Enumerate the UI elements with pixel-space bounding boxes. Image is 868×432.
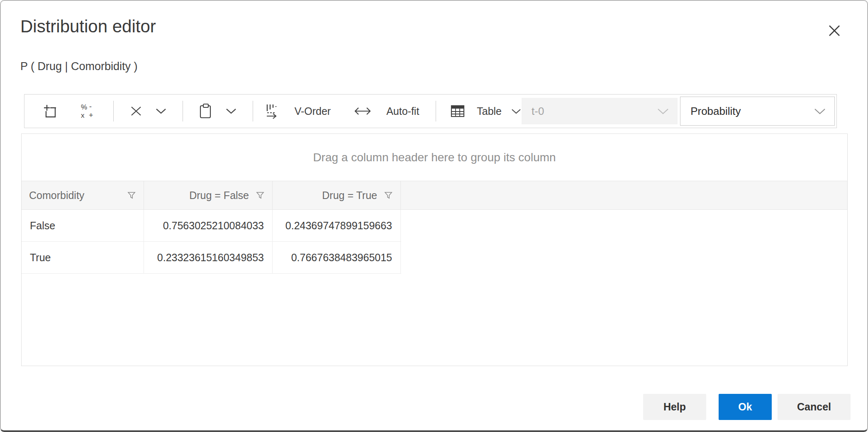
row-state-cell[interactable]: False xyxy=(22,210,144,241)
svg-text:%: % xyxy=(81,103,87,111)
group-by-drop-zone[interactable]: Drag a column header here to group its c… xyxy=(22,134,847,181)
filter-icon[interactable] xyxy=(256,191,265,200)
time-slice-value: t-0 xyxy=(532,105,544,118)
row-state-cell[interactable]: True xyxy=(22,242,144,273)
probability-cell[interactable]: 0.23323615160349853 xyxy=(144,242,273,273)
add-node-button[interactable] xyxy=(43,104,58,119)
column-header-drug-false[interactable]: Drug = False xyxy=(144,181,273,209)
value-type-value: Probability xyxy=(690,105,741,118)
toolbar-divider xyxy=(183,101,183,121)
page-title: Distribution editor xyxy=(20,17,156,36)
chevron-down-icon xyxy=(511,108,522,114)
help-button[interactable]: Help xyxy=(643,394,706,420)
chevron-down-icon xyxy=(155,108,167,114)
column-header-label: Drug = True xyxy=(322,189,377,201)
chevron-down-icon xyxy=(225,108,237,114)
table-icon xyxy=(450,104,465,118)
table-view-label: Table xyxy=(477,105,502,117)
probability-cell[interactable]: 0.7667638483965015 xyxy=(273,242,401,273)
auto-fit-icon xyxy=(354,107,371,116)
group-by-hint: Drag a column header here to group its c… xyxy=(313,151,556,164)
math-operations-icon: % - x + xyxy=(79,103,96,119)
grid-rows: False 0.7563025210084033 0.2436974789915… xyxy=(22,210,401,274)
grid-header-row: Comorbidity Drug = False Drug = True xyxy=(22,181,847,210)
distribution-grid: Drag a column header here to group its c… xyxy=(21,133,848,366)
distribution-expression: P ( Drug | Comorbidity ) xyxy=(20,60,138,73)
column-header-filler xyxy=(401,181,847,209)
chevron-down-icon xyxy=(814,108,826,115)
probability-cell[interactable]: 0.7563025210084033 xyxy=(144,210,273,241)
table-view-dropdown-button[interactable]: Table xyxy=(450,104,522,118)
toolbar: % - x + xyxy=(24,94,837,128)
table-row: False 0.7563025210084033 0.2436974789915… xyxy=(22,210,401,242)
column-header-label: Comorbidity xyxy=(29,189,84,201)
ok-button[interactable]: Ok xyxy=(719,394,772,420)
filter-icon[interactable] xyxy=(384,191,393,200)
column-header-drug-true[interactable]: Drug = True xyxy=(273,181,401,209)
svg-text:+: + xyxy=(89,111,93,119)
toolbar-divider xyxy=(113,101,114,121)
svg-text:-: - xyxy=(89,103,92,111)
v-order-label: V-Order xyxy=(295,105,331,117)
math-operations-button[interactable]: % - x + xyxy=(79,103,96,119)
column-header-comorbidity[interactable]: Comorbidity xyxy=(22,181,144,209)
value-type-select[interactable]: Probability xyxy=(680,97,835,126)
distribution-editor-dialog: Distribution editor P ( Drug | Comorbidi… xyxy=(0,0,868,432)
add-node-icon xyxy=(43,104,58,119)
paste-icon xyxy=(199,103,212,119)
table-row: True 0.23323615160349853 0.7667638483965… xyxy=(22,242,401,274)
auto-fit-button[interactable]: Auto-fit xyxy=(354,105,419,117)
column-header-label: Drug = False xyxy=(189,189,249,201)
v-order-button[interactable]: V-Order xyxy=(266,103,331,119)
time-slice-select[interactable]: t-0 xyxy=(522,98,678,124)
probability-cell[interactable]: 0.24369747899159663 xyxy=(273,210,401,241)
close-icon xyxy=(827,23,842,39)
cancel-button[interactable]: Cancel xyxy=(778,394,851,420)
toolbar-divider xyxy=(253,101,253,121)
v-order-icon xyxy=(266,103,280,119)
delete-icon xyxy=(129,104,143,118)
paste-dropdown-button[interactable] xyxy=(199,103,237,119)
chevron-down-icon xyxy=(657,108,669,115)
delete-dropdown-button[interactable] xyxy=(129,104,167,118)
svg-text:x: x xyxy=(81,112,85,119)
close-button[interactable] xyxy=(824,20,845,41)
filter-icon[interactable] xyxy=(127,191,136,200)
toolbar-divider xyxy=(436,101,436,121)
auto-fit-label: Auto-fit xyxy=(386,105,419,117)
